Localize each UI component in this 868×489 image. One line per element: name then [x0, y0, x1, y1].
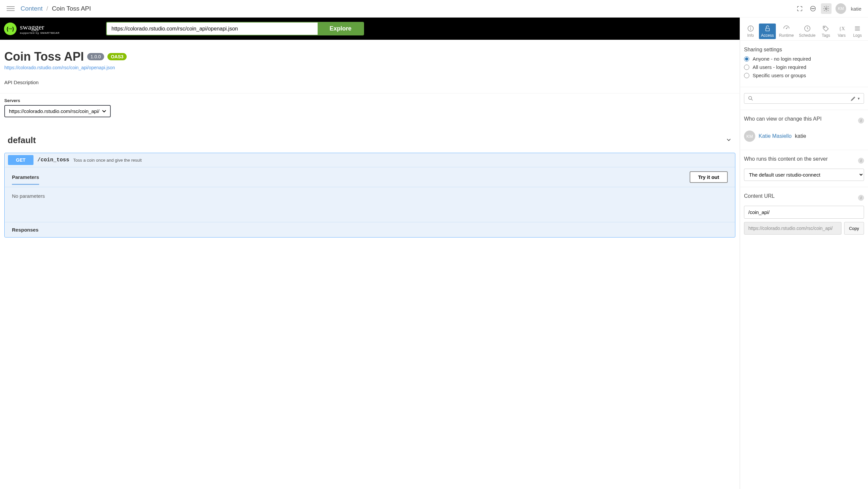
search-icon: [748, 95, 754, 101]
breadcrumb-separator: /: [46, 5, 48, 12]
content-path-input[interactable]: [744, 206, 864, 219]
svg-point-1: [812, 8, 812, 9]
runner-section: Who runs this content on the server i Th…: [740, 150, 868, 187]
breadcrumb: Content / Coin Toss API: [21, 5, 795, 12]
svg-point-3: [814, 8, 815, 9]
svg-rect-8: [766, 28, 769, 31]
swagger-content: {···} swagger supported by SMARTBEAR Exp…: [0, 18, 740, 489]
tab-logs[interactable]: Logs: [850, 24, 865, 39]
menu-toggle-icon[interactable]: [7, 5, 14, 12]
top-header: Content / Coin Toss API KM katie: [0, 0, 868, 18]
user-handle: katie: [795, 133, 806, 139]
tab-vars[interactable]: {X} Vars: [835, 24, 849, 39]
copy-button[interactable]: Copy: [844, 222, 864, 234]
swagger-topbar: {···} swagger supported by SMARTBEAR Exp…: [0, 18, 740, 40]
spec-url-group: Explore: [106, 22, 364, 35]
full-url-display: [744, 222, 841, 234]
content-url-heading: Content URL: [744, 193, 775, 199]
sharing-option-all-users[interactable]: All users - login required: [744, 64, 864, 70]
breadcrumb-root-link[interactable]: Content: [21, 5, 43, 12]
tag-name: default: [8, 135, 36, 145]
settings-panel: Info Access Runtime Schedule Tags {X} Va…: [740, 18, 868, 489]
spec-url-input[interactable]: [107, 23, 318, 35]
sharing-option-anyone[interactable]: Anyone - no login required: [744, 56, 864, 62]
svg-point-4: [826, 8, 827, 10]
svg-point-7: [750, 27, 751, 27]
radio-all-users[interactable]: [744, 65, 749, 70]
more-icon[interactable]: [808, 3, 818, 14]
content-url-section: Content URL i Copy: [740, 187, 868, 240]
info-icon[interactable]: i: [858, 158, 864, 164]
version-badge: 1.0.0: [87, 53, 104, 60]
viewers-heading: Who can view or change this API: [744, 116, 822, 122]
api-info: Coin Toss API 1.0.0 OAS3 https://colorad…: [0, 40, 740, 93]
viewer-row: KM Katie Masiello katie: [744, 129, 864, 144]
explore-button[interactable]: Explore: [318, 23, 363, 35]
fullscreen-icon[interactable]: [795, 3, 805, 14]
swagger-logo: {···} swagger supported by SMARTBEAR: [4, 23, 60, 35]
edit-permission-icon[interactable]: ▼: [850, 95, 860, 101]
info-icon[interactable]: i: [858, 195, 864, 201]
tab-tags[interactable]: Tags: [818, 24, 833, 39]
user-name-link[interactable]: Katie Masiello: [758, 133, 792, 139]
tab-runtime[interactable]: Runtime: [777, 24, 796, 39]
chevron-down-icon: [725, 136, 732, 144]
operations: default GET /coin_toss Toss a coin once …: [0, 127, 740, 243]
radio-anyone[interactable]: [744, 56, 749, 62]
header-actions: KM katie: [795, 3, 861, 14]
user-search-section: ▼: [740, 87, 868, 110]
sharing-option-specific[interactable]: Specific users or groups: [744, 72, 864, 78]
info-icon[interactable]: i: [858, 118, 864, 124]
avatar[interactable]: KM: [836, 3, 846, 14]
swagger-byline: supported by SMARTBEAR: [20, 31, 60, 34]
oas-badge: OAS3: [107, 53, 127, 60]
svg-point-18: [749, 96, 752, 99]
servers-label: Servers: [4, 98, 735, 103]
tab-access[interactable]: Access: [759, 24, 776, 39]
method-badge: GET: [8, 155, 33, 165]
panel-tabs: Info Access Runtime Schedule Tags {X} Va…: [740, 18, 868, 41]
responses-label: Responses: [5, 222, 735, 237]
parameters-header: Parameters Try it out: [5, 167, 735, 187]
svg-point-2: [813, 8, 813, 9]
operation-card: GET /coin_toss Toss a coin once and give…: [4, 153, 735, 237]
api-title: Coin Toss API: [4, 50, 84, 64]
parameters-label: Parameters: [12, 174, 39, 185]
parameters-content: No parameters: [5, 187, 735, 222]
tab-info[interactable]: Info: [743, 24, 758, 39]
svg-point-12: [824, 27, 825, 28]
tab-schedule[interactable]: Schedule: [797, 24, 817, 39]
operation-path: /coin_toss: [37, 157, 69, 163]
sharing-section: Sharing settings Anyone - no login requi…: [740, 41, 868, 87]
runner-select[interactable]: The default user rstudio-connect: [744, 169, 864, 181]
api-description: API Description: [4, 79, 735, 85]
operation-summary[interactable]: GET /coin_toss Toss a coin once and give…: [5, 153, 735, 167]
spec-json-link[interactable]: https://colorado.rstudio.com/rsc/coin_ap…: [4, 65, 735, 70]
user-search-input[interactable]: [756, 96, 848, 101]
user-search[interactable]: ▼: [744, 93, 864, 104]
svg-line-19: [751, 99, 753, 100]
viewers-section: Who can view or change this API i KM Kat…: [740, 110, 868, 150]
user-avatar: KM: [744, 131, 755, 142]
breadcrumb-current: Coin Toss API: [52, 5, 91, 12]
tag-header[interactable]: default: [4, 132, 735, 148]
username-label: katie: [851, 6, 861, 11]
radio-specific[interactable]: [744, 73, 749, 78]
sharing-heading: Sharing settings: [744, 47, 864, 53]
runner-heading: Who runs this content on the server: [744, 156, 828, 162]
svg-text:{X}: {X}: [839, 26, 845, 31]
servers-block: Servers https://colorado.rstudio.com/rsc…: [0, 93, 740, 127]
try-it-out-button[interactable]: Try it out: [690, 171, 728, 183]
operation-description: Toss a coin once and give the result: [73, 158, 142, 163]
swagger-logo-icon: {···}: [4, 23, 17, 35]
server-select[interactable]: https://colorado.rstudio.com/rsc/coin_ap…: [4, 105, 111, 117]
svg-point-10: [786, 28, 787, 29]
swagger-brand: swagger: [20, 23, 60, 31]
settings-icon[interactable]: [821, 3, 832, 14]
